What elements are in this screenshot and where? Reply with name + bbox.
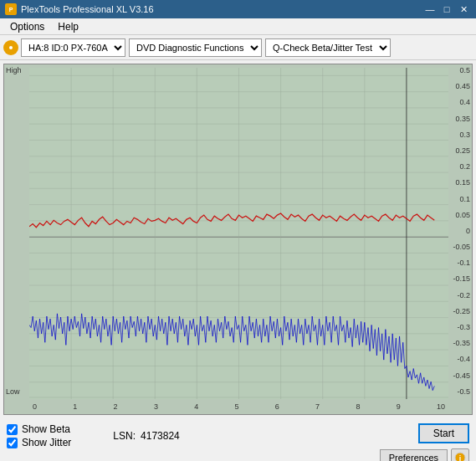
show-beta-row: Show Beta (7, 423, 71, 435)
chart-svg (29, 68, 448, 399)
svg-text:P: P (9, 7, 13, 13)
preferences-button[interactable]: Preferences (380, 449, 448, 461)
checkboxes: Show Beta Show Jitter (7, 423, 71, 448)
titlebar-title: PlexTools Professional XL V3.16 (21, 4, 154, 14)
info-button[interactable]: i (451, 448, 469, 461)
chart-y-labels-left: High Low (4, 64, 29, 397)
show-jitter-row: Show Jitter (7, 437, 71, 448)
chart-inner (29, 68, 448, 399)
lsn-label: LSN: (113, 430, 136, 442)
drive-icon (3, 40, 18, 55)
svg-text:i: i (459, 454, 462, 461)
right-controls: Start Preferences i (380, 423, 469, 461)
lsn-section: LSN: 4173824 (113, 430, 179, 442)
function-select[interactable]: DVD Diagnostic Functions (129, 38, 262, 57)
menubar: Options Help (0, 18, 476, 35)
app-icon: P (5, 3, 17, 15)
start-button[interactable]: Start (418, 423, 469, 443)
titlebar-left: P PlexTools Professional XL V3.16 (5, 3, 154, 15)
menu-options[interactable]: Options (3, 20, 51, 33)
drive-selector-area: HA:8 ID:0 PX-760A (3, 38, 125, 57)
y-label-low: Low (6, 387, 28, 396)
bottom-panel: Show Beta Show Jitter LSN: 4173824 Start… (0, 418, 476, 461)
show-beta-checkbox[interactable] (7, 424, 18, 435)
toolbar: HA:8 ID:0 PX-760A DVD Diagnostic Functio… (0, 35, 476, 60)
preferences-row: Preferences i (380, 448, 469, 461)
close-button[interactable]: ✕ (456, 3, 471, 16)
maximize-button[interactable]: □ (439, 3, 454, 16)
drive-select[interactable]: HA:8 ID:0 PX-760A (21, 38, 125, 57)
chart-y-labels-right: 0.5 0.45 0.4 0.35 0.3 0.25 0.2 0.15 0.1 … (448, 64, 472, 397)
minimize-button[interactable]: — (422, 3, 438, 16)
show-jitter-label[interactable]: Show Jitter (22, 437, 71, 448)
titlebar: P PlexTools Professional XL V3.16 — □ ✕ (0, 0, 476, 18)
lsn-value: 4173824 (141, 430, 180, 442)
chart-x-labels: 0 1 2 3 4 5 6 7 8 9 10 (29, 399, 448, 414)
menu-help[interactable]: Help (51, 20, 85, 33)
chart-area: High Low 0.5 0.45 0.4 0.35 0.3 0.25 0.2 … (3, 64, 473, 415)
test-select[interactable]: Q-Check Beta/Jitter Test (265, 38, 391, 57)
show-beta-label[interactable]: Show Beta (22, 423, 70, 435)
y-label-high: High (6, 66, 28, 74)
titlebar-controls: — □ ✕ (422, 3, 471, 16)
svg-point-3 (9, 46, 13, 49)
show-jitter-checkbox[interactable] (7, 438, 18, 448)
